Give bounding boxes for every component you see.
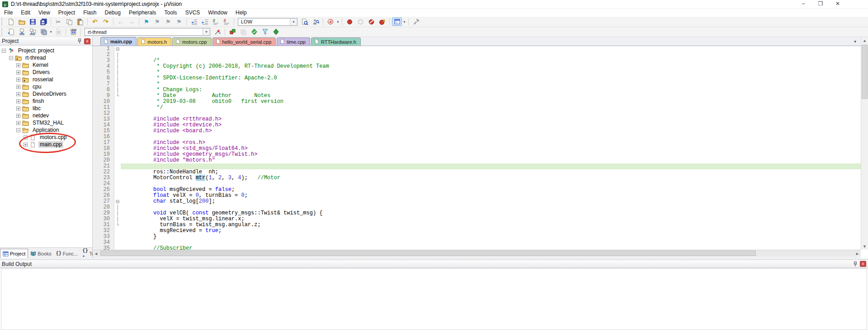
tree-item[interactable]: + STM32_HAL bbox=[0, 119, 92, 126]
file-extensions-icon[interactable] bbox=[260, 28, 270, 36]
tree-item[interactable]: − * rt-thread bbox=[0, 54, 92, 61]
tree-expander[interactable]: + bbox=[16, 92, 20, 96]
fold-marker[interactable] bbox=[114, 169, 121, 175]
chevron-down-icon[interactable]: ▾ bbox=[402, 18, 406, 26]
build-icon[interactable] bbox=[17, 28, 27, 36]
code-line[interactable]: 11 #include <rtthread.h> bbox=[93, 105, 861, 111]
tree-item[interactable]: + motors.cpp bbox=[0, 134, 92, 141]
menu-item[interactable]: Tools bbox=[160, 9, 181, 16]
scroll-left-icon[interactable]: ◄ bbox=[93, 250, 99, 257]
code-line[interactable]: 17 #include <geometry_msgs/Twist.h> bbox=[93, 140, 861, 146]
pin-icon[interactable] bbox=[852, 261, 859, 267]
code-line[interactable]: 20 ros::NodeHandle nh; bbox=[93, 158, 861, 163]
close-button[interactable]: ✕ bbox=[829, 0, 846, 9]
code-line[interactable]: 35 bbox=[93, 246, 861, 250]
code-line[interactable]: 23 bool msgRecieved = false; bbox=[93, 175, 861, 181]
breakpoint-icon[interactable] bbox=[344, 18, 354, 26]
file-tab[interactable]: main.cpp bbox=[100, 37, 137, 46]
fold-marker[interactable]: ⊟ bbox=[114, 46, 121, 52]
tree-expander[interactable]: + bbox=[16, 121, 20, 125]
toolbar-grip[interactable] bbox=[1, 18, 4, 25]
fold-marker[interactable] bbox=[114, 193, 121, 199]
code-line[interactable]: 6 │ * Change Logs: bbox=[93, 75, 861, 81]
code-line[interactable]: 9 └ */ bbox=[93, 93, 861, 99]
code-line[interactable]: 28 │ velX = twist_msg.linear.x; bbox=[93, 205, 861, 210]
code-line[interactable]: 32 bbox=[93, 228, 861, 234]
tree-expander[interactable]: − bbox=[2, 49, 6, 53]
code-line[interactable]: 18 #include "motors.h" bbox=[93, 146, 861, 152]
translate-icon[interactable] bbox=[6, 28, 16, 36]
redo-icon[interactable]: ↷ bbox=[101, 18, 111, 26]
horizontal-scrollbar[interactable]: ◄ ► bbox=[93, 250, 861, 256]
code-line[interactable]: 26 bbox=[93, 193, 861, 199]
tree-expander[interactable]: + bbox=[16, 78, 20, 82]
rebuild-icon[interactable] bbox=[28, 28, 38, 36]
bookmark-next-icon[interactable]: ⚑ bbox=[163, 18, 173, 26]
fold-marker[interactable] bbox=[114, 140, 121, 146]
fold-marker[interactable] bbox=[114, 122, 121, 128]
target-options-icon[interactable] bbox=[212, 28, 222, 36]
fold-marker[interactable]: │ bbox=[114, 216, 121, 222]
fold-marker[interactable]: │ bbox=[114, 210, 121, 216]
fold-marker[interactable]: │ bbox=[114, 58, 121, 64]
tree-expander[interactable]: + bbox=[16, 85, 20, 89]
fold-marker[interactable] bbox=[114, 240, 121, 246]
fold-marker[interactable] bbox=[114, 175, 121, 181]
code-line[interactable]: 25 char stat_log[200]; bbox=[93, 187, 861, 193]
comment-icon[interactable]: // bbox=[211, 18, 221, 26]
new-file-icon[interactable] bbox=[6, 18, 16, 26]
fold-marker[interactable]: └ bbox=[114, 222, 121, 228]
bookmark-prev-icon[interactable]: ⚑ bbox=[152, 18, 162, 26]
code-line[interactable]: 33 //Subscriber bbox=[93, 234, 861, 240]
fold-marker[interactable] bbox=[114, 146, 121, 152]
menu-item[interactable]: Help bbox=[231, 9, 251, 16]
fold-marker[interactable]: │ bbox=[114, 75, 121, 81]
horizontal-scroll-thumb[interactable] bbox=[100, 251, 756, 256]
tree-expander[interactable]: − bbox=[16, 128, 20, 132]
vertical-scroll-thumb[interactable] bbox=[862, 45, 868, 99]
code-line[interactable]: 31 └ } bbox=[93, 222, 861, 228]
uncomment-icon[interactable]: // bbox=[222, 18, 231, 26]
fold-marker[interactable] bbox=[114, 234, 121, 240]
code-line[interactable]: 15 #include <ros.h> bbox=[93, 128, 861, 134]
tree-item[interactable]: + Kernel bbox=[0, 61, 92, 69]
forward-icon[interactable]: → bbox=[127, 18, 137, 26]
fold-marker[interactable]: │ bbox=[114, 52, 121, 58]
copy-icon[interactable] bbox=[64, 18, 74, 26]
code-line[interactable]: 1 ⊟ /* bbox=[93, 46, 861, 52]
chevron-down-icon[interactable]: ▾ bbox=[203, 28, 210, 35]
fold-marker[interactable] bbox=[114, 187, 121, 193]
batch-build-icon[interactable] bbox=[38, 28, 48, 36]
paste-icon[interactable] bbox=[75, 18, 85, 26]
fold-marker[interactable] bbox=[114, 158, 121, 163]
window-layout-icon[interactable] bbox=[392, 18, 402, 26]
fold-marker[interactable] bbox=[114, 228, 121, 234]
menu-item[interactable]: Debug bbox=[101, 9, 125, 16]
code-line[interactable]: 19 bbox=[93, 152, 861, 158]
menu-item[interactable]: Peripherals bbox=[125, 9, 160, 16]
fold-marker[interactable] bbox=[114, 111, 121, 116]
menu-item[interactable]: File bbox=[0, 9, 17, 16]
tree-expander[interactable]: + bbox=[16, 99, 20, 103]
tree-item[interactable]: + finsh bbox=[0, 98, 92, 105]
code-line[interactable]: 13 #include <board.h> bbox=[93, 116, 861, 122]
indent-right-icon[interactable] bbox=[200, 18, 210, 26]
tree-item[interactable]: + netdev bbox=[0, 112, 92, 119]
chevron-down-icon[interactable]: ▾ bbox=[49, 28, 53, 36]
tree-expander[interactable]: + bbox=[24, 143, 28, 147]
fold-marker[interactable] bbox=[114, 152, 121, 158]
find-in-files-icon[interactable] bbox=[300, 18, 310, 26]
tree-item[interactable]: + cpu bbox=[0, 83, 92, 90]
panel-tab[interactable]: {} Func... bbox=[54, 249, 80, 258]
tree-expander[interactable]: + bbox=[16, 70, 20, 74]
tree-expander[interactable]: + bbox=[24, 135, 28, 139]
file-tab[interactable]: motors.h bbox=[137, 37, 171, 46]
fold-marker[interactable] bbox=[114, 105, 121, 111]
code-line[interactable]: 34 ros::Subscriber<geometry_msgs::Twist>… bbox=[93, 240, 861, 246]
minimize-button[interactable]: – bbox=[795, 0, 812, 9]
bookmark-toggle-icon[interactable]: ⚑ bbox=[142, 18, 151, 26]
pin-icon[interactable] bbox=[76, 38, 83, 44]
tree-expander[interactable]: − bbox=[9, 56, 13, 60]
panel-tab[interactable]: Books bbox=[28, 249, 54, 258]
code-line[interactable]: 14 bbox=[93, 122, 861, 128]
